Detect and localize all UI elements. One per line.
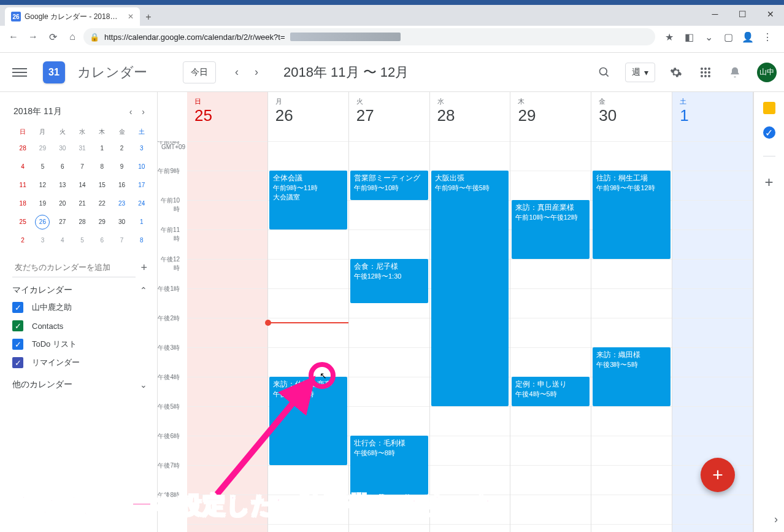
day-column[interactable]: 全体会議午前9時〜11時大会議室来訪：佐和山商事午後4時〜7時 — [268, 141, 349, 532]
mini-day-cell[interactable]: 25 — [15, 215, 30, 229]
calendar-event[interactable]: 壮行会：毛利様午後6時〜8時 — [350, 436, 428, 495]
calendar-checkbox[interactable]: ✓ — [12, 302, 23, 313]
calendar-checkbox[interactable]: ✓ — [12, 339, 23, 350]
home-button[interactable]: ⌂ — [64, 28, 81, 45]
calendar-list-item[interactable]: ✓山中鹿之助 — [12, 298, 152, 317]
rail-collapse-button[interactable]: › — [774, 513, 778, 526]
calendar-event[interactable]: 往訪：桐生工場午前9時〜午後12時 — [593, 171, 671, 259]
mini-next-button[interactable]: › — [139, 104, 147, 119]
hamburger-menu-icon[interactable] — [12, 65, 27, 80]
reload-button[interactable]: ⟳ — [44, 28, 61, 45]
mini-day-cell[interactable]: 1 — [94, 141, 109, 156]
mini-day-cell[interactable]: 21 — [75, 196, 90, 211]
calendar-checkbox[interactable]: ✓ — [12, 320, 23, 331]
mini-day-cell[interactable]: 3 — [134, 141, 149, 156]
profile-icon[interactable]: 👤 — [742, 31, 753, 42]
mini-day-cell[interactable]: 29 — [35, 141, 50, 156]
apps-button[interactable] — [693, 60, 718, 85]
mini-day-cell[interactable]: 24 — [134, 196, 149, 211]
calendar-event[interactable]: 全体会議午前9時〜11時大会議室 — [269, 171, 347, 229]
prev-period-button[interactable]: ‹ — [227, 63, 247, 82]
add-calendar-button[interactable]: + — [136, 261, 152, 274]
day-column[interactable]: 大阪出張午前9時〜午後5時 — [430, 141, 511, 532]
url-box[interactable]: 🔒 https://calendar.google.com/calendar/b… — [83, 28, 655, 45]
create-event-fab[interactable]: + — [701, 458, 735, 492]
mini-day-cell[interactable]: 17 — [134, 178, 149, 193]
mini-day-cell[interactable]: 2 — [15, 233, 30, 248]
search-button[interactable] — [592, 60, 617, 85]
mini-day-cell[interactable]: 7 — [115, 233, 129, 248]
browser-tab[interactable]: 26 Google カレンダー - 2018年 11月 2 ✕ — [5, 7, 140, 26]
day-header[interactable]: 金30 — [591, 92, 672, 141]
mini-day-cell[interactable]: 16 — [115, 178, 129, 193]
mini-day-cell[interactable]: 11 — [15, 178, 30, 193]
mini-day-cell[interactable]: 5 — [35, 160, 50, 174]
day-header[interactable]: 日25 — [187, 92, 268, 141]
mini-day-cell[interactable]: 18 — [15, 196, 30, 211]
add-addon-button[interactable]: + — [764, 174, 773, 191]
day-column[interactable]: 来訪：真田産業様午前10時〜午後12時定例：申し送り午後4時〜5時 — [510, 141, 591, 532]
mini-day-cell[interactable]: 4 — [55, 233, 70, 248]
calendar-event[interactable]: 大阪出張午前9時〜午後5時 — [431, 171, 509, 406]
view-selector[interactable]: 週 ▾ — [625, 63, 655, 82]
mini-day-cell[interactable]: 30 — [55, 141, 70, 156]
calendar-event[interactable]: 会食：尼子様午後12時〜1:30 — [350, 259, 428, 303]
back-button[interactable]: ← — [5, 28, 22, 45]
new-tab-button[interactable]: + — [140, 9, 157, 26]
calendar-event[interactable]: 来訪：真田産業様午前10時〜午後12時 — [512, 200, 590, 259]
mini-day-cell[interactable]: 3 — [35, 233, 50, 248]
next-period-button[interactable]: › — [247, 63, 266, 82]
mini-day-cell[interactable]: 20 — [55, 196, 70, 211]
day-column[interactable]: 営業部ミーティング午前9時〜10時会食：尼子様午後12時〜1:30壮行会：毛利様… — [349, 141, 430, 532]
calendar-list-item[interactable]: ✓ToDo リスト — [12, 335, 152, 353]
mini-day-cell[interactable]: 19 — [35, 196, 50, 211]
day-header[interactable]: 土1 — [672, 92, 753, 141]
tasks-icon[interactable]: ✓ — [763, 126, 775, 139]
mini-day-cell[interactable]: 27 — [55, 215, 70, 229]
ext-icon-2[interactable]: ▢ — [723, 31, 734, 42]
mini-day-cell[interactable]: 2 — [115, 141, 129, 156]
user-avatar[interactable]: 山中 — [757, 63, 777, 82]
ext-icon-1[interactable]: ◧ — [683, 31, 694, 42]
mini-day-cell[interactable]: 4 — [15, 160, 30, 174]
day-header[interactable]: 水28 — [430, 92, 511, 141]
settings-button[interactable] — [664, 60, 688, 85]
calendar-list-item[interactable]: ✓Contacts — [12, 317, 152, 335]
mini-day-cell[interactable]: 7 — [75, 160, 90, 174]
mini-day-cell[interactable]: 13 — [55, 178, 70, 193]
mini-day-cell[interactable]: 14 — [75, 178, 90, 193]
mini-day-cell[interactable]: 10 — [134, 160, 149, 174]
calendar-event[interactable]: 来訪：織田様午後3時〜5時 — [593, 347, 671, 406]
mini-day-cell[interactable]: 26 — [35, 215, 50, 229]
mini-day-cell[interactable]: 23 — [115, 196, 129, 211]
forward-button[interactable]: → — [25, 28, 42, 45]
mini-day-cell[interactable]: 1 — [134, 215, 149, 229]
calendar-event[interactable]: 営業部ミーティング午前9時〜10時 — [350, 171, 428, 200]
pocket-icon[interactable]: ⌄ — [703, 31, 714, 42]
mini-day-cell[interactable]: 31 — [75, 141, 90, 156]
mini-day-cell[interactable]: 30 — [115, 215, 129, 229]
day-header[interactable]: 月26 — [268, 92, 349, 141]
mini-day-cell[interactable]: 6 — [94, 233, 109, 248]
star-icon[interactable]: ★ — [664, 31, 675, 42]
my-calendars-section[interactable]: マイカレンダー ⌃ — [12, 277, 152, 298]
maximize-button[interactable]: ☐ — [729, 5, 756, 23]
mini-day-cell[interactable]: 5 — [75, 233, 90, 248]
mini-day-cell[interactable]: 29 — [94, 215, 109, 229]
close-window-button[interactable]: ✕ — [756, 5, 784, 23]
mini-day-cell[interactable]: 22 — [94, 196, 109, 211]
time-grid[interactable]: GMT+09 午前8時午前9時午前10時午前11時午後12時午後1時午後2時午後… — [158, 141, 753, 532]
notifications-button[interactable] — [723, 60, 747, 85]
calendar-checkbox[interactable]: ✓ — [12, 357, 23, 368]
day-column[interactable] — [187, 141, 268, 532]
mini-day-cell[interactable]: 28 — [75, 215, 90, 229]
day-header[interactable]: 火27 — [349, 92, 430, 141]
other-calendars-section[interactable]: 他のカレンダー ⌄ — [12, 372, 152, 393]
mini-day-cell[interactable]: 9 — [115, 160, 129, 174]
more-icon[interactable]: ⋮ — [762, 31, 773, 42]
calendar-event[interactable]: 定例：申し送り午後4時〜5時 — [512, 377, 590, 406]
today-button[interactable]: 今日 — [183, 61, 216, 83]
add-calendar-input[interactable] — [12, 258, 136, 277]
day-column[interactable]: 往訪：桐生工場午前9時〜午後12時来訪：織田様午後3時〜5時 — [591, 141, 672, 532]
mini-day-cell[interactable]: 8 — [94, 160, 109, 174]
